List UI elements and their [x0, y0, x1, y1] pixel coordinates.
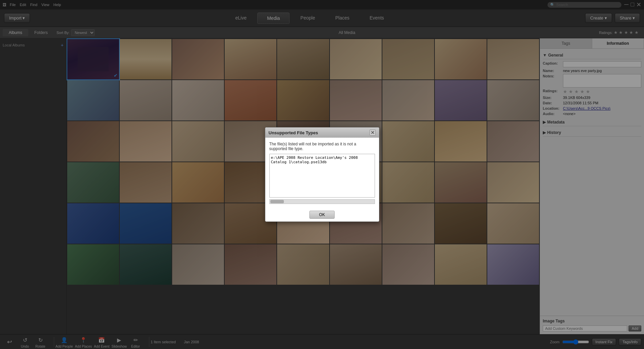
modal-message: The file(s) listed will not be imported … [269, 142, 375, 151]
modal-body: The file(s) listed will not be imported … [265, 138, 379, 208]
modal-footer: OK [265, 208, 379, 221]
modal-file-list[interactable]: e:\APE 2008 Restore Location\Amy's 2008 … [269, 154, 375, 198]
modal-title: Unsupported File Types [269, 130, 318, 135]
modal-titlebar: Unsupported File Types ✕ [265, 128, 379, 138]
modal-overlay: Unsupported File Types ✕ The file(s) lis… [0, 0, 644, 349]
unsupported-file-types-dialog: Unsupported File Types ✕ The file(s) lis… [265, 127, 379, 222]
modal-ok-button[interactable]: OK [309, 211, 335, 219]
modal-scrollbar[interactable] [269, 199, 375, 204]
modal-scrollbar-thumb [270, 200, 284, 203]
modal-close-button[interactable]: ✕ [370, 130, 376, 136]
